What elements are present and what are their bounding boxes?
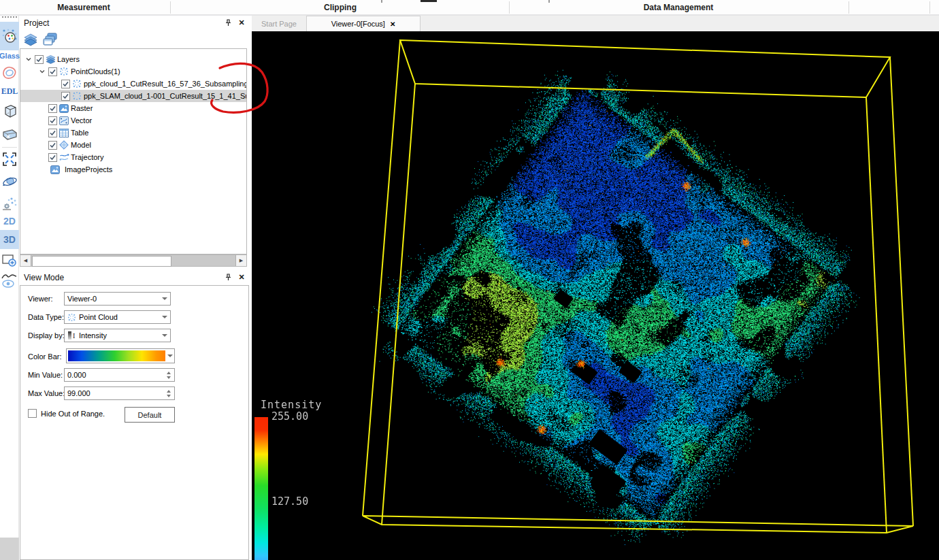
close-icon[interactable]: ✕ bbox=[237, 272, 246, 282]
ribbon-artifact bbox=[421, 0, 437, 2]
ribbon-artifact bbox=[381, 0, 382, 3]
tree-row-table[interactable]: Table bbox=[20, 127, 246, 139]
orbit-tool-button[interactable] bbox=[0, 171, 19, 192]
full-extent-tool-button[interactable] bbox=[0, 149, 19, 169]
scrollbar-thumb[interactable] bbox=[32, 256, 171, 267]
view-2d-button[interactable]: 2D bbox=[0, 214, 19, 228]
chevron-down-icon[interactable] bbox=[38, 67, 46, 76]
min-value-label: Min Value: bbox=[28, 371, 63, 379]
dotted-edge-icon bbox=[1, 16, 18, 18]
color-gradient-swatch bbox=[68, 350, 165, 361]
data-type-select[interactable]: Point Cloud bbox=[64, 310, 171, 324]
pin-icon[interactable] bbox=[223, 18, 233, 27]
tree-row-cloud-1[interactable]: ppk_cloud_1_CutResult_16_57_36_Subsampli… bbox=[20, 78, 246, 90]
clip-box-tool-button[interactable] bbox=[0, 123, 19, 145]
tree-row-vector[interactable]: Vector bbox=[20, 114, 246, 127]
chevron-down-icon[interactable] bbox=[24, 55, 33, 63]
model-icon bbox=[59, 140, 69, 150]
orbit-cube-icon bbox=[1, 174, 18, 190]
horizontal-scrollbar[interactable]: ◀ ▶ bbox=[20, 254, 247, 267]
profile-box-tool-button[interactable] bbox=[0, 100, 19, 122]
checkbox[interactable] bbox=[61, 92, 70, 101]
hide-out-of-range-label: Hide Out of Range. bbox=[41, 410, 105, 418]
ribbon-group-data-management: Data Management bbox=[644, 3, 714, 12]
spinner[interactable] bbox=[163, 387, 174, 399]
tree-row-model[interactable]: Model bbox=[20, 139, 246, 151]
checkbox[interactable] bbox=[61, 80, 70, 88]
checkbox[interactable] bbox=[48, 104, 57, 113]
checkbox[interactable] bbox=[48, 116, 57, 125]
spin-up-icon bbox=[167, 390, 171, 393]
point-settings-tool-button[interactable] bbox=[0, 194, 19, 213]
close-icon[interactable]: ✕ bbox=[390, 20, 395, 28]
spin-down-icon bbox=[167, 395, 171, 397]
project-panel-toolbar bbox=[21, 31, 248, 48]
glass-tool-button[interactable]: Glass bbox=[0, 51, 19, 61]
contour-tool-button[interactable] bbox=[0, 62, 19, 84]
clip-plus-box-icon bbox=[1, 125, 18, 143]
checkbox[interactable] bbox=[48, 153, 57, 162]
ribbon-separator bbox=[849, 1, 849, 14]
hide-out-of-range-checkbox[interactable] bbox=[28, 409, 37, 418]
checkbox[interactable] bbox=[48, 141, 57, 150]
toolbar-bottom-block bbox=[0, 538, 19, 560]
spin-down-icon bbox=[167, 376, 171, 379]
tree-row-label: ppk_cloud_1_CutResult_16_57_36_Subsampli… bbox=[84, 80, 247, 88]
display-by-select[interactable]: I Intensity bbox=[64, 329, 171, 342]
raster-icon bbox=[59, 103, 69, 113]
color-bar-label: Color Bar: bbox=[28, 352, 62, 361]
view-3d-label: 3D bbox=[3, 234, 16, 245]
point-cloud-canvas[interactable] bbox=[252, 31, 939, 560]
tab-start-page[interactable]: Start Page bbox=[253, 16, 305, 31]
checkbox[interactable] bbox=[35, 55, 44, 64]
ribbon-group-clipping: Clipping bbox=[324, 3, 357, 12]
tree-row-layers[interactable]: Layers bbox=[20, 53, 246, 65]
chevron-down-icon bbox=[167, 355, 173, 357]
zoom-rectangle-icon bbox=[1, 252, 18, 269]
spin-up-icon bbox=[167, 372, 171, 374]
pin-icon[interactable] bbox=[223, 272, 233, 282]
project-panel-header: Project ✕ bbox=[20, 16, 249, 31]
image-projects-icon bbox=[50, 165, 61, 174]
tree-row-raster[interactable]: Raster bbox=[20, 102, 246, 114]
scroll-right-button[interactable]: ▶ bbox=[235, 255, 246, 266]
layers-toolbar-icon[interactable] bbox=[23, 33, 38, 46]
tree-row-trajectory[interactable]: Trajectory bbox=[20, 151, 246, 163]
viewer-3d-viewport[interactable]: Intensity 255.00 127.50 bbox=[252, 31, 939, 560]
tree-row-imageprojects[interactable]: ImageProjects bbox=[20, 163, 246, 176]
view-3d-button[interactable]: 3D bbox=[0, 230, 19, 249]
zoom-window-tool-button[interactable] bbox=[0, 251, 19, 270]
scroll-left-button[interactable]: ◀ bbox=[20, 255, 31, 266]
spinner[interactable] bbox=[163, 369, 174, 381]
svg-text:I: I bbox=[73, 332, 75, 340]
tab-viewer-0-focus[interactable]: Viewer-0[Focus] ✕ bbox=[306, 16, 421, 31]
tree-row-label: Vector bbox=[71, 116, 92, 125]
tree-row-label: PointClouds(1) bbox=[71, 67, 120, 76]
checkbox[interactable] bbox=[48, 67, 57, 76]
points-gear-icon bbox=[1, 195, 18, 212]
view-2d-label: 2D bbox=[3, 216, 16, 227]
profile-view-tool-button[interactable] bbox=[0, 271, 19, 291]
color-bar-select[interactable] bbox=[66, 348, 175, 363]
project-panel-title: Project bbox=[24, 18, 49, 28]
max-value-field bbox=[64, 386, 175, 400]
point-cloud-icon bbox=[71, 79, 82, 88]
max-value-input[interactable] bbox=[65, 388, 163, 399]
viewer-select[interactable]: Viewer-0 bbox=[64, 292, 171, 306]
tree-row-cloud-2-selected[interactable]: ppk_SLAM_cloud_1-001_CutResult_15_1_41_S… bbox=[20, 90, 246, 102]
cascade-windows-icon[interactable] bbox=[42, 33, 57, 46]
checkbox[interactable] bbox=[48, 129, 57, 137]
contour-icon bbox=[1, 64, 18, 82]
layers-icon bbox=[45, 54, 56, 64]
min-value-input[interactable] bbox=[65, 369, 163, 380]
point-cloud-color-tool-button[interactable] bbox=[0, 22, 19, 50]
expand-arrows-icon bbox=[2, 152, 17, 167]
table-icon bbox=[59, 128, 69, 137]
tree-row-pointclouds[interactable]: PointClouds(1) bbox=[20, 65, 246, 78]
close-icon[interactable]: ✕ bbox=[237, 18, 246, 27]
edl-tool-button[interactable]: EDL bbox=[0, 86, 19, 97]
viewer-label: Viewer: bbox=[28, 295, 52, 303]
default-button[interactable]: Default bbox=[125, 407, 175, 423]
point-cloud-icon bbox=[59, 67, 69, 76]
trajectory-icon bbox=[59, 152, 69, 162]
